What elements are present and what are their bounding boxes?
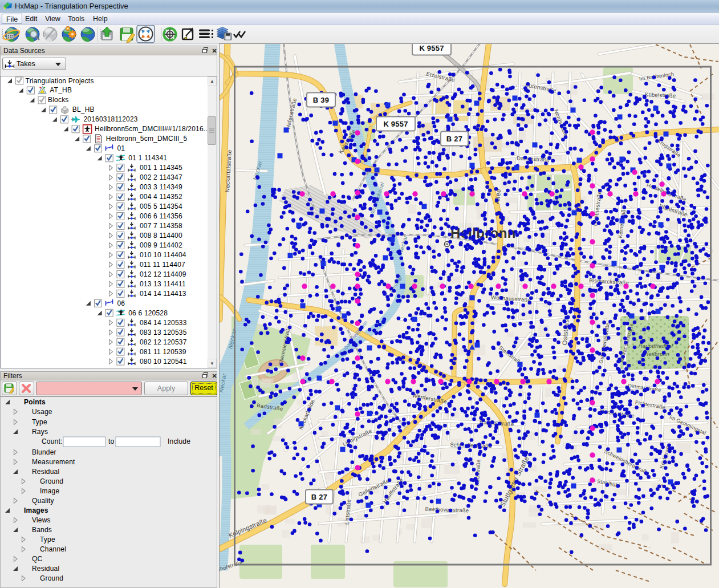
svg-text:01 1 114341: 01 1 114341 — [128, 154, 167, 162]
svg-text:Views: Views — [32, 516, 51, 524]
svg-text:Quality: Quality — [32, 497, 54, 505]
svg-text:002 2 114347: 002 2 114347 — [140, 173, 182, 181]
svg-text:Count:: Count: — [42, 437, 63, 445]
svg-text:Points: Points — [24, 398, 46, 406]
svg-text:006 6 114356: 006 6 114356 — [140, 212, 182, 220]
svg-text:007 7 114358: 007 7 114358 — [140, 222, 182, 230]
svg-text:082 12 120537: 082 12 120537 — [140, 338, 187, 346]
svg-text:Image: Image — [40, 487, 59, 495]
svg-text:to: to — [108, 437, 115, 445]
svg-text:014 14 114413: 014 14 114413 — [140, 290, 186, 298]
svg-text:081 11 120539: 081 11 120539 — [140, 348, 186, 356]
svg-text:012 12 114409: 012 12 114409 — [140, 270, 186, 278]
svg-text:Type: Type — [40, 536, 55, 544]
svg-text:084 14 120533: 084 14 120533 — [140, 319, 187, 327]
svg-text:001 1 114345: 001 1 114345 — [140, 164, 182, 172]
svg-text:Ground: Ground — [40, 574, 63, 582]
svg-text:Include: Include — [168, 437, 190, 445]
svg-text:005 5 114354: 005 5 114354 — [140, 202, 182, 210]
svg-text:009 9 114402: 009 9 114402 — [140, 241, 182, 249]
svg-text:Channel: Channel — [40, 545, 66, 553]
svg-text:083 13 120535: 083 13 120535 — [140, 329, 187, 336]
svg-text:Residual: Residual — [32, 468, 59, 476]
svg-text:Usage: Usage — [32, 408, 52, 416]
svg-text:080 10 120541: 080 10 120541 — [140, 358, 187, 366]
svg-text:Bands: Bands — [32, 526, 52, 534]
svg-text:QC: QC — [32, 555, 43, 563]
svg-text:Rays: Rays — [32, 428, 48, 436]
svg-text:008 8 114400: 008 8 114400 — [140, 232, 182, 240]
svg-text:Heilbronn_5cm_DMCIII_5: Heilbronn_5cm_DMCIII_5 — [106, 135, 188, 143]
svg-text:010 10 114404: 010 10 114404 — [140, 251, 186, 259]
svg-text:004 4 114352: 004 4 114352 — [140, 193, 182, 201]
svg-text:Images: Images — [24, 506, 48, 514]
svg-text:Blunder: Blunder — [32, 448, 56, 456]
svg-text:Ground: Ground — [40, 477, 63, 485]
svg-text:Type: Type — [32, 418, 47, 426]
svg-text:01: 01 — [117, 144, 125, 152]
svg-text:013 13 114411: 013 13 114411 — [140, 280, 186, 288]
svg-text:Triangulation Projects: Triangulation Projects — [26, 77, 94, 85]
svg-text:06 6 120528: 06 6 120528 — [128, 309, 168, 317]
svg-text:06: 06 — [117, 299, 125, 307]
svg-text:011 11 114407: 011 11 114407 — [140, 261, 185, 269]
svg-text:BL_HB: BL_HB — [72, 106, 95, 113]
svg-text:003 3 114349: 003 3 114349 — [140, 183, 182, 191]
svg-text:20160318112023: 20160318112023 — [83, 115, 137, 123]
svg-text:AT_HB: AT_HB — [50, 86, 72, 94]
svg-text:Measurement: Measurement — [32, 458, 75, 466]
svg-text:Heilbronn5cm_DMCIII##1/18/2016: Heilbronn5cm_DMCIII##1/18/2016... — [95, 125, 208, 133]
svg-text:Residual: Residual — [32, 565, 59, 573]
svg-text:Blocks: Blocks — [48, 96, 69, 104]
